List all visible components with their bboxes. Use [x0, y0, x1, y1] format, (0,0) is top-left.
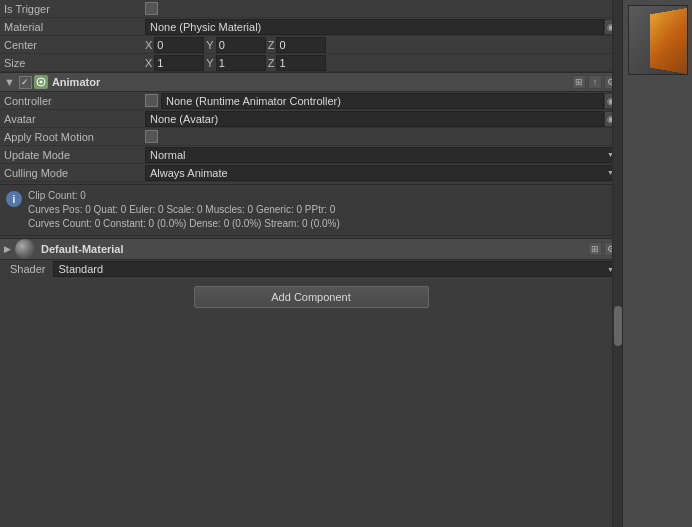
shader-row: Shader Standard: [0, 260, 622, 278]
inspector-panel: Is Trigger Material None (Physic Materia…: [0, 0, 622, 527]
center-coords: X 0 Y 0 Z 0: [145, 37, 618, 53]
center-y-input[interactable]: 0: [216, 37, 266, 53]
avatar-row: Avatar None (Avatar) ◉: [0, 110, 622, 128]
apply-root-motion-label: Apply Root Motion: [4, 131, 94, 143]
svg-point-1: [39, 81, 42, 84]
animator-icon: [34, 75, 48, 89]
controller-field: None (Runtime Animator Controller) ◉: [145, 93, 618, 109]
center-z-label: Z: [268, 39, 275, 51]
culling-mode-label: Culling Mode: [4, 167, 68, 179]
animator-info-text: Clip Count: 0 Curves Pos: 0 Quat: 0 Eule…: [28, 189, 340, 231]
size-x-label: X: [145, 57, 152, 69]
scrollbar-track: [612, 0, 622, 527]
curves-text: Curves Pos: 0 Quat: 0 Euler: 0 Scale: 0 …: [28, 203, 340, 217]
animator-settings-btn2[interactable]: ↑: [588, 75, 602, 89]
center-x-label: X: [145, 39, 152, 51]
add-component-button[interactable]: Add Component: [194, 286, 429, 308]
size-y-input[interactable]: 1: [216, 55, 266, 71]
controller-checkbox[interactable]: [145, 94, 158, 107]
size-label: Size: [4, 57, 25, 69]
size-coords: X 1 Y 1 Z 1: [145, 55, 618, 71]
object-3d-preview: [628, 5, 688, 75]
right-panel: [622, 0, 692, 527]
controller-value: None (Runtime Animator Controller): [161, 93, 604, 109]
material-value: None (Physic Material): [145, 19, 604, 35]
is-trigger-row: Is Trigger: [0, 0, 622, 18]
curves2-text: Curves Count: 0 Constant: 0 (0.0%) Dense…: [28, 217, 340, 231]
animator-enabled-checkbox[interactable]: [19, 76, 32, 89]
size-row: Size X 1 Y 1 Z 1: [0, 54, 622, 72]
culling-mode-row: Culling Mode Always Animate: [0, 164, 622, 182]
size-x-input[interactable]: 1: [154, 55, 204, 71]
is-trigger-checkbox[interactable]: [145, 2, 158, 15]
add-component-container: Add Component: [0, 278, 622, 316]
animator-svg-icon: [36, 77, 46, 87]
animator-info-box: i Clip Count: 0 Curves Pos: 0 Quat: 0 Eu…: [0, 184, 622, 236]
inspector-content: Is Trigger Material None (Physic Materia…: [0, 0, 622, 316]
update-mode-dropdown[interactable]: Normal: [145, 147, 618, 163]
center-x-input[interactable]: 0: [154, 37, 204, 53]
scrollbar-thumb[interactable]: [614, 306, 622, 346]
material-title: Default-Material: [41, 243, 588, 255]
is-trigger-label: Is Trigger: [4, 3, 50, 15]
center-y-label: Y: [206, 39, 213, 51]
material-field: None (Physic Material) ◉: [145, 19, 618, 35]
clip-count-text: Clip Count: 0: [28, 189, 340, 203]
avatar-field: None (Avatar) ◉: [145, 111, 618, 127]
controller-label: Controller: [4, 95, 52, 107]
size-z-label: Z: [268, 57, 275, 69]
animator-icons: [19, 75, 48, 89]
material-settings-btn1[interactable]: ⊞: [588, 242, 602, 256]
material-label: Material: [4, 21, 43, 33]
info-icon: i: [6, 191, 22, 207]
animator-header: ▼ Animator ⊞ ↑ ⚙: [0, 72, 622, 92]
shader-dropdown[interactable]: Standard: [53, 261, 618, 277]
apply-root-motion-row: Apply Root Motion: [0, 128, 622, 146]
culling-mode-dropdown[interactable]: Always Animate: [145, 165, 618, 181]
material-collapse-arrow[interactable]: ▶: [4, 244, 11, 254]
shader-label: Shader: [10, 263, 45, 275]
size-y-label: Y: [206, 57, 213, 69]
apply-root-motion-checkbox[interactable]: [145, 130, 158, 143]
center-z-input[interactable]: 0: [276, 37, 326, 53]
center-label: Center: [4, 39, 37, 51]
main-container: Is Trigger Material None (Physic Materia…: [0, 0, 692, 527]
animator-title: Animator: [52, 76, 572, 88]
animator-arrow[interactable]: ▼: [4, 76, 15, 88]
update-mode-label: Update Mode: [4, 149, 70, 161]
center-row: Center X 0 Y 0 Z 0: [0, 36, 622, 54]
animator-settings-btn1[interactable]: ⊞: [572, 75, 586, 89]
update-mode-row: Update Mode Normal: [0, 146, 622, 164]
avatar-label: Avatar: [4, 113, 36, 125]
default-material-header: ▶ Default-Material ⊞ ⚙: [0, 238, 622, 260]
material-row: Material None (Physic Material) ◉: [0, 18, 622, 36]
avatar-value: None (Avatar): [145, 111, 604, 127]
controller-row: Controller None (Runtime Animator Contro…: [0, 92, 622, 110]
material-sphere-preview: [15, 239, 35, 259]
size-z-input[interactable]: 1: [276, 55, 326, 71]
